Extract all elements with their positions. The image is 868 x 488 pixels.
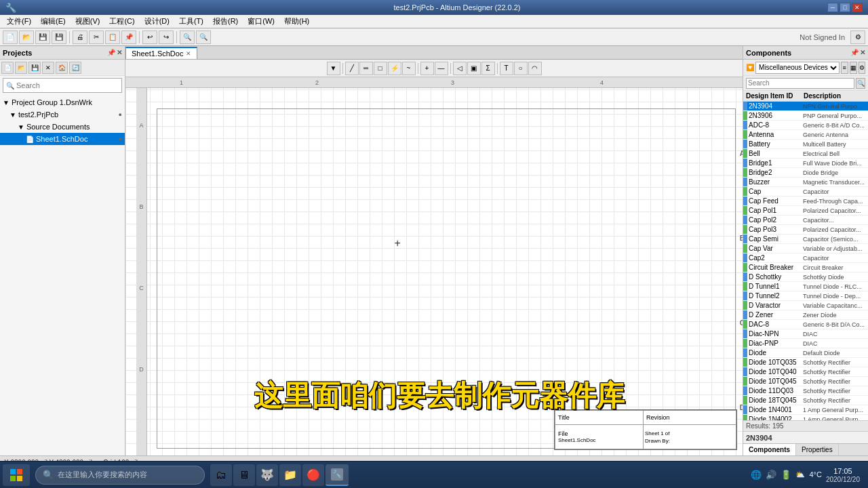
component-row[interactable]: D Tunnel2Tunnel Diode - Dep... xyxy=(743,291,868,301)
taskbar-search[interactable]: 🔍 在这里输入你要搜索的内容 xyxy=(35,466,205,485)
menu-help[interactable]: 帮助(H) xyxy=(280,16,313,27)
tb-zoom-out[interactable]: 🔍 xyxy=(196,30,211,44)
component-row[interactable]: Bridge1Full Wave Diode Bri... xyxy=(743,159,868,168)
sch-filter[interactable]: ▼ xyxy=(327,62,340,75)
menu-edit[interactable]: 编辑(E) xyxy=(37,16,70,27)
component-row[interactable]: BuzzerMagnetic Transducer... xyxy=(743,178,868,187)
proj-new[interactable]: 📄 xyxy=(1,62,14,74)
project-search-box[interactable]: 🔍 xyxy=(3,78,122,93)
sch-circle[interactable]: ○ xyxy=(514,62,528,75)
comp-tab-components[interactable]: Components xyxy=(743,444,796,455)
taskbar-icon-5[interactable]: 🔴 xyxy=(302,464,324,486)
tree-item-project[interactable]: ▼ test2.PrjPcb ● xyxy=(0,108,125,121)
comp-tab-properties[interactable]: Properties xyxy=(796,444,839,455)
tree-item-source-docs[interactable]: ▼ Source Documents xyxy=(0,121,125,133)
component-row[interactable]: Circuit BreakerCircuit Breaker xyxy=(743,263,868,272)
component-row[interactable]: D VaractorVariable Capacitanc... xyxy=(743,301,868,310)
component-row[interactable]: Diode 18TQ045Schottky Rectifier xyxy=(743,396,868,405)
component-row[interactable]: Diode 11DQ03Schottky Rectifier xyxy=(743,386,868,396)
component-row[interactable]: Cap FeedFeed-Through Capa... xyxy=(743,197,868,206)
comp-view-btn2[interactable]: ▦ xyxy=(850,62,857,74)
tb-paste[interactable]: 📌 xyxy=(121,30,136,44)
minimize-button[interactable]: ─ xyxy=(827,3,838,12)
component-row[interactable]: D SchottkySchottky Diode xyxy=(743,272,868,282)
sch-rect[interactable]: □ xyxy=(374,62,387,75)
sch-connect[interactable]: — xyxy=(435,62,448,75)
tb-cut[interactable]: ✂ xyxy=(89,30,104,44)
menu-view[interactable]: 视图(V) xyxy=(71,16,104,27)
component-row[interactable]: D Tunnel1Tunnel Diode - RLC... xyxy=(743,282,868,291)
tab-sheet1[interactable]: Sheet1.SchDoc ✕ xyxy=(125,47,197,59)
component-row[interactable]: Diode 10TQ035Schottky Rectifier xyxy=(743,358,868,367)
panel-pin-btn[interactable]: 📌 xyxy=(107,49,115,56)
component-row[interactable]: Cap VarVariable or Adjustab... xyxy=(743,244,868,253)
comp-search-input[interactable] xyxy=(746,78,854,89)
sch-port[interactable]: ◁ xyxy=(453,62,467,75)
sch-wire[interactable]: ╱ xyxy=(345,62,359,75)
tb-save[interactable]: 💾 xyxy=(35,30,50,44)
close-button[interactable]: ✕ xyxy=(852,3,863,12)
tb-zoom-in[interactable]: 🔍 xyxy=(180,30,195,44)
tree-item-project-group[interactable]: ▼ Project Group 1.DsnWrk xyxy=(0,96,125,108)
component-row[interactable]: CapCapacitor xyxy=(743,187,868,197)
tree-item-schematic[interactable]: 📄 Sheet1.SchDoc ● xyxy=(0,133,125,145)
taskbar-icon-1[interactable]: 🗂 xyxy=(210,464,232,486)
project-search-input[interactable] xyxy=(16,81,119,89)
comp-search-btn[interactable]: 🔍 xyxy=(856,78,865,89)
sch-bus[interactable]: ═ xyxy=(359,62,373,75)
tb-print[interactable]: 🖨 xyxy=(73,30,87,44)
tb-undo[interactable]: ↩ xyxy=(142,30,157,44)
component-row[interactable]: Diac-NPNDIAC xyxy=(743,329,868,339)
menu-design[interactable]: 设计(D) xyxy=(140,16,174,27)
menu-reports[interactable]: 报告(R) xyxy=(209,16,242,27)
schematic-canvas[interactable]: 1 2 3 4 A B C D A B C xyxy=(125,77,743,455)
tab-close-icon[interactable]: ✕ xyxy=(186,50,191,57)
sch-text[interactable]: T xyxy=(500,62,513,75)
menu-file[interactable]: 文件(F) xyxy=(3,16,35,27)
sch-arc[interactable]: ◠ xyxy=(528,62,542,75)
component-row[interactable]: DiodeDefault Diode xyxy=(743,348,868,358)
component-row[interactable]: Cap Pol3Polarized Capacitor... xyxy=(743,225,868,235)
component-row[interactable]: Diode 10TQ040Schottky Rectifier xyxy=(743,367,868,377)
component-row[interactable]: Cap Pol2Capacitor... xyxy=(743,216,868,225)
tray-sound-icon[interactable]: 🔊 xyxy=(766,470,776,480)
tb-redo[interactable]: ↪ xyxy=(159,30,174,44)
component-row[interactable]: Cap Pol1Polarized Capacitor... xyxy=(743,206,868,216)
tb-copy[interactable]: 📋 xyxy=(105,30,120,44)
sch-sheet[interactable]: ▣ xyxy=(467,62,481,75)
tb-save-all[interactable]: 💾 xyxy=(52,30,66,44)
tray-network-icon[interactable]: 🌐 xyxy=(751,470,762,480)
component-row[interactable]: D ZenerZener Diode xyxy=(743,310,868,320)
tb-settings[interactable]: ⚙ xyxy=(850,30,865,44)
tb-new[interactable]: 📄 xyxy=(3,30,18,44)
sch-net[interactable]: ~ xyxy=(402,62,416,75)
component-row[interactable]: Cap SemiCapacitor (Semico... xyxy=(743,235,868,244)
proj-open[interactable]: 📂 xyxy=(15,62,27,74)
component-row[interactable]: Cap2Capacitor xyxy=(743,253,868,263)
proj-save[interactable]: 💾 xyxy=(28,62,41,74)
component-row[interactable]: Diac-PNPDIAC xyxy=(743,339,868,348)
taskbar-icon-4[interactable]: 📁 xyxy=(279,464,301,486)
component-row[interactable]: Diode 1N40011 Amp General Purp... xyxy=(743,405,868,415)
menu-window[interactable]: 窗口(W) xyxy=(243,16,279,27)
component-row[interactable]: DAC-8Generic 8-Bit D/A Co... xyxy=(743,320,868,329)
taskbar-altium-app[interactable]: 🔧 xyxy=(326,464,349,486)
library-filter-select[interactable]: Miscellaneous Devices xyxy=(755,62,840,74)
tray-datetime[interactable]: 17:05 2020/12/20 xyxy=(826,466,860,483)
component-row[interactable]: Bridge2Diode Bridge xyxy=(743,168,868,178)
menu-project[interactable]: 工程(C) xyxy=(105,16,138,27)
proj-home[interactable]: 🏠 xyxy=(56,62,68,74)
start-button[interactable] xyxy=(3,464,30,486)
comp-view-btn1[interactable]: ≡ xyxy=(841,62,848,74)
sch-symbol[interactable]: Σ xyxy=(481,62,495,75)
sch-component[interactable]: ⚡ xyxy=(388,62,401,75)
component-row[interactable]: BatteryMulticell Battery xyxy=(743,140,868,149)
proj-refresh[interactable]: 🔄 xyxy=(69,62,81,74)
maximize-button[interactable]: □ xyxy=(840,3,850,12)
component-row[interactable]: Diode 1N40021 Amp General Purp... xyxy=(743,415,868,420)
component-row[interactable]: BellElectrical Bell xyxy=(743,149,868,159)
panel-close-btn[interactable]: ✕ xyxy=(117,49,122,56)
component-row[interactable]: AntennaGeneric Antenna xyxy=(743,130,868,140)
component-row[interactable]: 2N3904NPN General Purpo... xyxy=(743,102,868,111)
tray-battery-icon[interactable]: 🔋 xyxy=(781,470,791,480)
